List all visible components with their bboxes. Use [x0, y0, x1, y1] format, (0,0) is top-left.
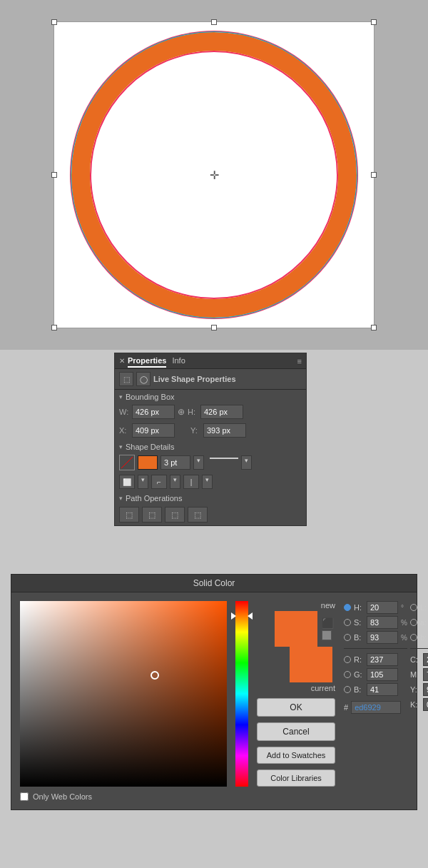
b-unit: % [401, 634, 407, 642]
h-radio[interactable] [344, 604, 351, 611]
handle-top-right[interactable] [371, 19, 377, 25]
panel-toolbar: ⬚ ◯ Live Shape Properties [115, 369, 306, 390]
cube-icon[interactable]: ⬛ [322, 617, 334, 629]
c-label: C: [410, 655, 420, 664]
handle-bottom-right[interactable] [371, 325, 377, 330]
panel-menu-icon[interactable]: ≡ [297, 357, 302, 365]
b2-radio[interactable] [344, 686, 351, 693]
b3-radio[interactable] [410, 634, 417, 641]
small-swatch[interactable] [322, 630, 332, 640]
path-op-minus-front[interactable]: ⬚ [142, 507, 162, 523]
current-color-swatch[interactable] [290, 647, 332, 682]
handle-mid-right[interactable] [371, 172, 377, 178]
r-input[interactable] [367, 653, 398, 666]
solid-color-dialog: Solid Color Only Web Colors new [11, 574, 417, 810]
y-input[interactable] [203, 423, 246, 438]
link-icon[interactable]: ⊕ [178, 407, 185, 417]
transform-icon-btn[interactable]: ⬚ [119, 372, 133, 386]
a-label: a: [420, 618, 428, 627]
bounding-box-xy-row: X: Y: [115, 421, 306, 440]
hex-row: # [344, 701, 407, 714]
align-inside-icon[interactable]: ⬜ [119, 475, 135, 489]
chevron-icon: ▾ [119, 393, 123, 400]
l-label: L: [420, 603, 428, 612]
s-row: S: % [344, 616, 407, 629]
color-preview-col: new ⬛ current OK Cancel Add to Swatches … [257, 601, 335, 801]
gradient-cursor[interactable] [151, 671, 159, 680]
c-row: C: % [410, 653, 428, 666]
join-dropdown[interactable]: ▾ [170, 475, 180, 489]
y-input[interactable] [423, 683, 428, 696]
hue-slider[interactable] [235, 601, 248, 787]
only-web-colors-checkbox[interactable] [20, 792, 29, 801]
x-label: X: [119, 426, 129, 435]
join-miter-icon[interactable]: ⌐ [151, 475, 167, 489]
tab-info[interactable]: Info [172, 355, 185, 368]
color-libraries-button[interactable]: Color Libraries [257, 769, 335, 787]
add-to-swatches-button[interactable]: Add to Swatches [257, 747, 335, 764]
w-input[interactable] [132, 405, 175, 419]
k-input[interactable] [423, 698, 428, 711]
shape-icon-btn[interactable]: ◯ [136, 372, 151, 386]
only-web-colors-label: Only Web Colors [33, 792, 92, 801]
panel-close-icon[interactable]: ✕ [119, 357, 125, 365]
h-unit: ° [401, 604, 404, 612]
dialog-title: Solid Color [11, 575, 417, 592]
a-radio[interactable] [410, 619, 417, 626]
path-op-intersect[interactable]: ⬚ [165, 507, 185, 523]
b-input[interactable] [367, 631, 398, 644]
b-radio[interactable] [344, 634, 351, 641]
s-input[interactable] [367, 616, 398, 629]
x-input[interactable] [132, 423, 175, 438]
b2-input[interactable] [367, 683, 398, 696]
stroke-color-box[interactable] [138, 455, 158, 470]
only-web-colors-row: Only Web Colors [20, 792, 227, 801]
color-gradient[interactable] [20, 601, 227, 787]
b2-row: B: [344, 683, 407, 696]
r-radio[interactable] [344, 656, 351, 663]
stroke-style-preview [210, 458, 238, 468]
h-input[interactable] [200, 405, 243, 419]
m-input[interactable] [423, 668, 428, 681]
align-dropdown[interactable]: ▾ [138, 475, 148, 489]
handle-mid-left[interactable] [51, 172, 57, 178]
g-radio[interactable] [344, 671, 351, 678]
c-input[interactable] [423, 653, 428, 666]
handle-bottom-left[interactable] [51, 325, 57, 330]
caps-icon[interactable]: | [183, 475, 199, 489]
r-label: R: [354, 655, 364, 664]
stroke-width-input[interactable] [160, 455, 190, 470]
b3-row: b: [410, 631, 428, 644]
properties-panel: ✕ Properties Info ≡ ⬚ ◯ Live Shape Prope… [114, 353, 307, 526]
g-row: G: [344, 668, 407, 681]
chevron-icon-2: ▾ [119, 443, 123, 450]
fill-none-icon[interactable] [119, 455, 135, 470]
crosshair: ✛ [210, 168, 219, 182]
s-radio[interactable] [344, 619, 351, 626]
bounding-box-wh-row: W: ⊕ H: [115, 403, 306, 421]
handle-bottom-center[interactable] [211, 325, 217, 330]
b-row: B: % [344, 631, 407, 644]
hex-label: # [344, 703, 348, 712]
handle-top-left[interactable] [51, 19, 57, 25]
handle-top-center[interactable] [211, 19, 217, 25]
stroke-style-dropdown[interactable]: ▾ [241, 455, 252, 470]
b-label: B: [354, 633, 364, 642]
tab-properties[interactable]: Properties [128, 355, 166, 368]
h-input[interactable] [367, 601, 398, 614]
caps-dropdown[interactable]: ▾ [202, 475, 213, 489]
l-radio[interactable] [410, 604, 417, 611]
g-input[interactable] [367, 668, 398, 681]
path-op-unite[interactable]: ⬚ [119, 507, 139, 523]
r-row: R: [344, 653, 407, 666]
hue-slider-col [235, 601, 248, 801]
ok-button[interactable]: OK [257, 698, 335, 717]
panel-header: ✕ Properties Info ≡ [115, 353, 306, 369]
new-color-swatch[interactable] [275, 611, 317, 647]
hex-input[interactable] [351, 701, 401, 714]
color-values-col-2: L: a: b: C: % M: % [410, 601, 428, 801]
stroke-type-dropdown[interactable]: ▾ [193, 455, 204, 470]
cancel-button[interactable]: Cancel [257, 722, 335, 741]
path-op-exclude[interactable]: ⬚ [188, 507, 208, 523]
w-label: W: [119, 408, 129, 416]
